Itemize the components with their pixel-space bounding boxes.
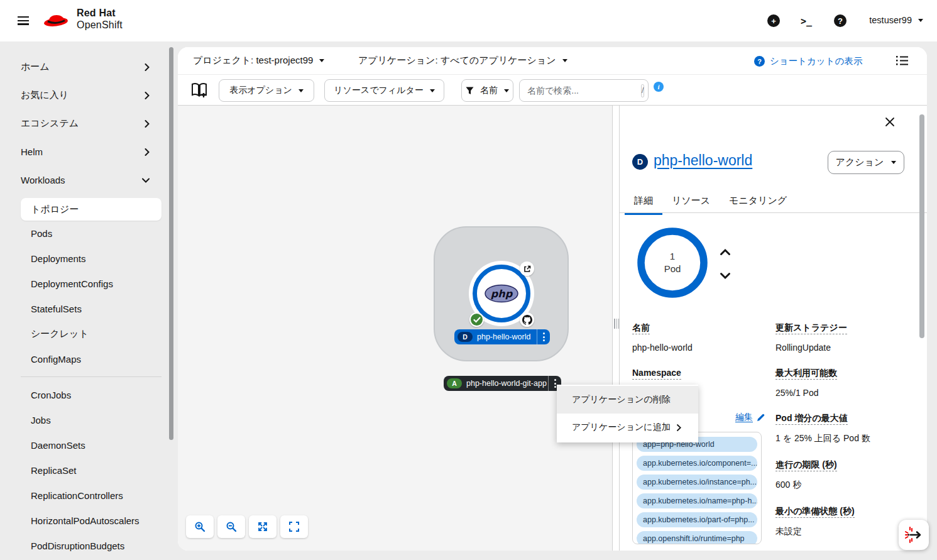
search-box: /	[519, 79, 649, 102]
labels-list: app=php-hello-world app.kubernetes.io/co…	[632, 432, 762, 544]
sidebar-item-pods[interactable]: Pods	[0, 221, 178, 246]
terminal-icon[interactable]: >_	[801, 16, 812, 27]
name-term: 名前	[632, 322, 765, 334]
starburst-arrow-icon	[904, 525, 923, 544]
context-bar: プロジェクト: test-project99 アプリケーション: すべてのアプリ…	[178, 47, 927, 75]
deployment-node-label[interactable]: D php-hello-world	[454, 329, 550, 344]
application-group-label[interactable]: A php-hello-world-git-app	[444, 376, 561, 391]
chevron-down-icon	[504, 89, 509, 92]
update-strategy-value: RollingUpdate	[775, 343, 921, 353]
chevron-down-icon	[430, 89, 435, 92]
filter-resources-dropdown[interactable]: リソースでフィルター	[324, 79, 444, 102]
chevron-down-icon	[142, 178, 150, 183]
sidebar-item-deploymentconfigs[interactable]: DeploymentConfigs	[0, 271, 178, 296]
user-menu[interactable]: testuser99	[869, 15, 923, 25]
add-plus-circle-icon[interactable]: +	[767, 14, 780, 27]
sidebar-item-horizontalpodautoscalers[interactable]: HorizontalPodAutoscalers	[0, 508, 178, 533]
sidebar-item-cronjobs[interactable]: CronJobs	[0, 382, 178, 407]
menu-item-delete-application[interactable]: アプリケーションの削除	[557, 386, 698, 414]
max-available-term: 最大利用可能数	[775, 368, 921, 379]
deployment-badge: D	[632, 154, 648, 170]
nav-divider	[21, 376, 162, 377]
github-icon	[522, 315, 532, 325]
sidebar-item-home[interactable]: ホーム	[0, 53, 178, 81]
brand-line1: Red Hat	[77, 7, 123, 19]
pencil-icon	[757, 413, 765, 422]
progress-deadline-term: 進行の期限 (秒)	[775, 459, 921, 471]
progress-deadline-value: 600 秒	[775, 480, 921, 491]
sidebar-item-ecosystem[interactable]: エコシステム	[0, 109, 178, 138]
sidebar-item-replicationcontrollers[interactable]: ReplicationControllers	[0, 483, 178, 508]
menu-item-add-to-application[interactable]: アプリケーションに追加	[557, 414, 698, 441]
sidebar-item-statefulsets[interactable]: StatefulSets	[0, 296, 178, 321]
scale-up-chevron-icon[interactable]	[720, 248, 731, 256]
sidebar-item-helm[interactable]: Helm	[0, 138, 178, 166]
chevron-down-icon	[918, 19, 923, 22]
tab-monitoring[interactable]: モニタリング	[720, 189, 796, 215]
guided-tour-badge[interactable]	[899, 520, 929, 550]
tab-resources[interactable]: リソース	[662, 189, 720, 215]
brand-logo[interactable]: Red Hat OpenShift	[43, 7, 123, 31]
tabs-divider	[620, 212, 927, 213]
min-ready-term: 最小の準備状態 (秒)	[775, 506, 921, 517]
list-view-icon[interactable]	[896, 55, 908, 65]
nav-toggle-icon[interactable]	[18, 16, 29, 25]
sidebar-item-poddisruptionbudgets[interactable]: PodDisruptionBudgets	[0, 533, 178, 558]
node-name: php-hello-world	[473, 332, 537, 341]
view-shortcuts-link[interactable]: ? ショートカットの表示	[754, 55, 862, 67]
sidebar-item-topology[interactable]: トポロジー	[21, 198, 162, 221]
application-selector[interactable]: アプリケーション: すべてのアプリケーション	[358, 55, 567, 67]
sidebar-item-deployments[interactable]: Deployments	[0, 246, 178, 271]
zoom-in-button[interactable]	[186, 515, 214, 538]
actions-dropdown-button[interactable]: アクション	[828, 151, 904, 174]
info-icon[interactable]: i	[654, 82, 664, 92]
search-input[interactable]	[527, 85, 641, 96]
chevron-right-icon	[145, 63, 150, 71]
details-column-right: 更新ストラテジー RollingUpdate 最大利用可能数 25%/1 Pod…	[775, 322, 921, 537]
source-repo-decorator[interactable]	[520, 312, 534, 327]
edit-source-decorator[interactable]	[520, 261, 534, 276]
sidebar-item-secrets[interactable]: シークレット	[0, 321, 178, 346]
expand-arrows-icon	[258, 522, 268, 532]
filter-type-dropdown[interactable]: 名前	[461, 79, 513, 102]
group-name: php-hello-world-git-app	[462, 379, 548, 388]
sidebar-scrollbar[interactable]	[169, 47, 173, 440]
help-circle-icon[interactable]: ?	[834, 14, 847, 27]
sidebar-item-jobs[interactable]: Jobs	[0, 407, 178, 432]
zoom-out-button[interactable]	[217, 515, 245, 538]
sidebar-item-replicaset[interactable]: ReplicaSet	[0, 458, 178, 483]
sidebar-item-configmaps[interactable]: ConfigMaps	[0, 346, 178, 371]
svg-text:php: php	[491, 288, 513, 300]
panel-scrollbar[interactable]	[919, 114, 924, 338]
sidebar-item-favorites[interactable]: お気に入り	[0, 81, 178, 109]
label-chip: app.kubernetes.io/name=php-h...	[637, 493, 757, 508]
quick-search-book-icon[interactable]	[191, 82, 207, 99]
reset-view-button[interactable]	[280, 515, 308, 538]
fit-to-screen-button[interactable]	[249, 515, 277, 538]
username: testuser99	[869, 15, 912, 25]
scale-down-chevron-icon[interactable]	[720, 272, 731, 280]
brand-line2: OpenShift	[77, 19, 123, 31]
resource-title-link[interactable]: php-hello-world	[654, 152, 752, 169]
pod-donut-chart: 1 Pod	[636, 226, 709, 299]
filter-funnel-icon	[466, 87, 474, 95]
tab-details[interactable]: 詳細	[625, 189, 662, 215]
namespace-term: Namespace	[632, 368, 765, 378]
update-strategy-term: 更新ストラテジー	[775, 322, 921, 334]
sidebar-item-daemonsets[interactable]: DaemonSets	[0, 432, 178, 458]
topology-page: プロジェクト: test-project99 アプリケーション: すべてのアプリ…	[178, 47, 927, 551]
sidebar-item-workloads[interactable]: Workloads	[0, 166, 178, 194]
chevron-right-icon	[677, 424, 681, 431]
deployment-badge: D	[458, 332, 473, 342]
close-icon[interactable]	[884, 116, 896, 128]
project-selector[interactable]: プロジェクト: test-project99	[193, 55, 324, 67]
build-status-decorator[interactable]	[469, 312, 484, 327]
details-side-panel: D php-hello-world アクション 詳細 リソース モニタリング 1…	[619, 106, 927, 551]
redhat-fedora-icon	[43, 9, 72, 29]
sidebar-nav: ホーム お気に入り エコシステム Helm Workloads トポロジー Po…	[0, 41, 178, 560]
display-options-dropdown[interactable]: 表示オプション	[219, 79, 314, 102]
topology-canvas[interactable]: php D php-hello-world	[178, 106, 613, 551]
application-context-menu: アプリケーションの削除 アプリケーションに追加	[557, 385, 698, 442]
edit-labels-link[interactable]: 編集	[735, 412, 765, 423]
node-kebab-menu[interactable]	[537, 329, 550, 344]
